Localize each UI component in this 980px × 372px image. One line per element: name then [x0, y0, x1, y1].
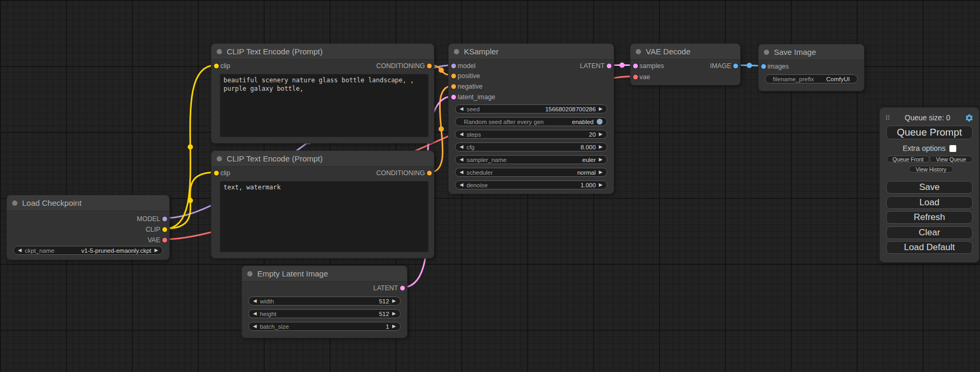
wire-dot-clip-negative [188, 198, 193, 203]
save-button[interactable]: Save [886, 181, 973, 194]
seed-widget[interactable]: ◀ seed 156680208700286 ▶ [455, 104, 607, 113]
collapse-icon[interactable] [12, 201, 17, 206]
node-title: Empty Latent Image [257, 269, 328, 278]
node-load-checkpoint[interactable]: Load Checkpoint MODEL CLIP VAE ◀ ckpt_na… [6, 195, 170, 260]
height-widget[interactable]: ◀ height 512 ▶ [248, 309, 401, 318]
decrement-icon[interactable]: ◀ [460, 107, 463, 111]
extra-options-checkbox[interactable] [949, 145, 956, 152]
collapse-icon[interactable] [454, 49, 459, 54]
steps-widget[interactable]: ◀ steps 20 ▶ [455, 130, 607, 139]
node-save-image[interactable]: Save Image images filename_prefix ComfyU… [758, 44, 865, 91]
width-widget[interactable]: ◀ width 512 ▶ [248, 297, 401, 306]
decrement-icon[interactable]: ◀ [253, 311, 257, 316]
increment-icon[interactable]: ▶ [392, 299, 396, 303]
positive-input-label: positive [458, 72, 480, 80]
decrement-icon[interactable]: ◀ [460, 145, 463, 149]
node-title-bar[interactable]: VAE Decode [630, 44, 740, 60]
widget-value: 1.000 [580, 182, 596, 188]
slot-row: negative [449, 81, 614, 91]
clear-button[interactable]: Clear [886, 226, 973, 239]
positive-input-port[interactable] [451, 73, 456, 78]
decrement-icon[interactable]: ◀ [18, 248, 22, 253]
increment-icon[interactable]: ▶ [392, 324, 396, 329]
decrement-icon[interactable]: ◀ [460, 157, 463, 162]
slot-row: latent_image [449, 92, 614, 102]
slot-row: clip CONDITIONING [211, 168, 434, 178]
widget-value: ComfyUI [826, 76, 850, 82]
node-empty-latent-image[interactable]: Empty Latent Image LATENT ◀ width 512 ▶ … [241, 265, 407, 338]
ckpt-name-widget[interactable]: ◀ ckpt_name v1-5-pruned-emaonly.ckpt ▶ [13, 246, 163, 255]
slot-row: samples IMAGE [630, 61, 740, 71]
node-title-bar[interactable]: CLIP Text Encode (Prompt) [211, 151, 434, 167]
conditioning-output-port[interactable] [427, 63, 432, 68]
latent-output-port[interactable] [607, 63, 612, 68]
vae-input-port[interactable] [633, 74, 638, 79]
scheduler-widget[interactable]: ◀ scheduler normal ▶ [455, 168, 607, 177]
latent-output-port[interactable] [400, 285, 405, 290]
positive-prompt-textarea[interactable]: beautiful scenery nature glass bottle la… [220, 74, 429, 137]
latent-output-label: LATENT [580, 62, 605, 70]
increment-icon[interactable]: ▶ [599, 183, 603, 187]
node-title-bar[interactable]: KSampler [449, 44, 614, 60]
conditioning-output-port[interactable] [427, 170, 432, 175]
node-title-bar[interactable]: Load Checkpoint [7, 195, 169, 211]
output-row: CLIP [7, 224, 169, 234]
collapse-icon[interactable] [217, 49, 222, 54]
collapse-icon[interactable] [764, 50, 769, 55]
vae-output-port[interactable] [162, 237, 167, 242]
filename-prefix-widget[interactable]: filename_prefix ComfyUI [765, 74, 858, 83]
load-default-button[interactable]: Load Default [886, 241, 973, 254]
image-output-label: IMAGE [710, 62, 731, 70]
node-title-bar[interactable]: Save Image [759, 44, 864, 60]
widget-label: height [260, 311, 276, 317]
increment-icon[interactable]: ▶ [599, 170, 603, 175]
clip-input-port[interactable] [214, 63, 219, 68]
collapse-icon[interactable] [247, 271, 253, 276]
view-queue-button[interactable]: View Queue [929, 156, 973, 163]
clip-input-port[interactable] [214, 170, 219, 175]
model-output-port[interactable] [162, 216, 167, 221]
increment-icon[interactable]: ▶ [599, 132, 603, 137]
decrement-icon[interactable]: ◀ [460, 183, 463, 187]
images-input-port[interactable] [761, 64, 766, 69]
latent-image-input-port[interactable] [451, 94, 456, 99]
denoise-widget[interactable]: ◀ denoise 1.000 ▶ [455, 180, 607, 189]
samples-input-port[interactable] [633, 63, 638, 68]
node-clip-text-encode-negative[interactable]: CLIP Text Encode (Prompt) clip CONDITION… [211, 150, 434, 259]
view-history-button[interactable]: View History [909, 166, 953, 173]
decrement-icon[interactable]: ◀ [460, 132, 463, 137]
queue-prompt-button[interactable]: Queue Prompt [886, 126, 973, 139]
increment-icon[interactable]: ▶ [154, 248, 158, 253]
negative-prompt-textarea[interactable]: text, watermark [220, 181, 429, 252]
load-button[interactable]: Load [886, 196, 973, 209]
image-output-port[interactable] [733, 63, 738, 68]
decrement-icon[interactable]: ◀ [460, 170, 463, 175]
random-seed-widget[interactable]: Random seed after every gen enabled [455, 117, 607, 126]
queue-front-button[interactable]: Queue Front [887, 156, 929, 163]
model-input-port[interactable] [451, 63, 456, 68]
drag-handle-icon[interactable]: ⠿ [885, 114, 890, 122]
decrement-icon[interactable]: ◀ [253, 324, 257, 329]
node-clip-text-encode-positive[interactable]: CLIP Text Encode (Prompt) clip CONDITION… [211, 43, 434, 144]
refresh-button[interactable]: Refresh [886, 211, 973, 224]
node-ksampler[interactable]: KSampler model LATENT positive negative … [448, 43, 614, 194]
negative-input-port[interactable] [451, 84, 456, 89]
increment-icon[interactable]: ▶ [599, 107, 603, 111]
decrement-icon[interactable]: ◀ [253, 299, 257, 303]
cfg-widget[interactable]: ◀ cfg 8.000 ▶ [455, 142, 607, 151]
batch-size-widget[interactable]: ◀ batch_size 1 ▶ [248, 322, 401, 331]
settings-gear-icon[interactable] [965, 113, 974, 122]
node-title-bar[interactable]: Empty Latent Image [242, 266, 407, 282]
collapse-icon[interactable] [217, 156, 222, 161]
increment-icon[interactable]: ▶ [392, 311, 396, 316]
increment-icon[interactable]: ▶ [599, 145, 603, 149]
boolean-toggle-icon[interactable] [597, 119, 603, 125]
node-vae-decode[interactable]: VAE Decode samples IMAGE vae [630, 43, 741, 85]
collapse-icon[interactable] [636, 49, 641, 54]
node-title-bar[interactable]: CLIP Text Encode (Prompt) [211, 44, 434, 60]
wire-dot-conditioning-negative [439, 127, 444, 132]
clip-output-port[interactable] [162, 227, 167, 232]
widget-label: scheduler [467, 169, 493, 176]
sampler-name-widget[interactable]: ◀ sampler_name euler ▶ [455, 155, 607, 164]
increment-icon[interactable]: ▶ [599, 157, 603, 162]
